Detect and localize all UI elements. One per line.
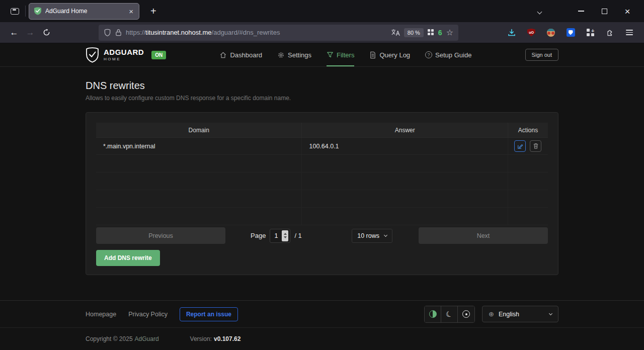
cell-answer: 100.64.0.1 xyxy=(302,138,508,154)
settings-gear-icon xyxy=(277,51,285,59)
cell-actions xyxy=(508,138,548,154)
theme-dark-button[interactable]: ☾ xyxy=(441,306,458,322)
nav-item-dashboard[interactable]: Dashboard xyxy=(219,43,262,66)
table-header-row: Domain Answer Actions xyxy=(96,123,548,138)
column-header-answer[interactable]: Answer xyxy=(302,123,508,137)
adguard-logo[interactable]: ADGUARD HOME ON xyxy=(86,47,166,63)
page-number-input[interactable]: 1 xyxy=(270,229,290,243)
browser-toolbar: ← → https://titusintranet.nohost.me/adgu… xyxy=(0,22,644,43)
adguard-header: ADGUARD HOME ON Dashboard Settings xyxy=(0,43,644,67)
version-label: Version: xyxy=(190,335,212,342)
empty-table-row xyxy=(96,155,548,172)
adguard-shield-logo-icon xyxy=(86,47,99,63)
minimize-button[interactable] xyxy=(570,3,593,20)
edit-button[interactable] xyxy=(514,140,526,152)
disguise-face-icon xyxy=(547,29,555,37)
filters-funnel-icon xyxy=(327,51,334,58)
reload-button[interactable] xyxy=(38,25,54,40)
firefox-view-icon xyxy=(11,8,19,15)
sun-icon xyxy=(462,310,470,318)
cell-domain: *.main.vpn.internal xyxy=(96,138,302,154)
nav-label: Dashboard xyxy=(230,51,262,59)
zoom-level-badge[interactable]: 80 % xyxy=(404,28,424,37)
blocked-count-badge: 6 xyxy=(438,29,442,37)
main-nav: Dashboard Settings Filters xyxy=(219,43,471,66)
chevron-down-icon xyxy=(384,233,387,237)
chevron-down-icon xyxy=(537,10,542,15)
chevron-down-icon xyxy=(549,312,552,315)
grid-plus-icon: + xyxy=(587,29,594,36)
list-all-tabs-button[interactable] xyxy=(533,4,546,19)
page-label: Page xyxy=(251,232,266,239)
theme-toggle: ☾ xyxy=(424,306,475,323)
downloads-button[interactable] xyxy=(504,25,519,40)
page-total: / 1 xyxy=(294,232,301,239)
app-menu-button[interactable] xyxy=(622,25,637,40)
next-page-button[interactable]: Next xyxy=(419,227,548,244)
lock-icon[interactable] xyxy=(115,29,122,36)
adguard-page: ADGUARD HOME ON Dashboard Settings xyxy=(0,43,644,350)
maximize-icon xyxy=(602,9,607,14)
sign-out-button[interactable]: Sign out xyxy=(525,49,558,61)
nav-item-filters[interactable]: Filters xyxy=(327,43,354,66)
column-header-domain[interactable]: Domain xyxy=(96,123,302,137)
language-select[interactable]: ⊕ English xyxy=(482,306,558,322)
back-button[interactable]: ← xyxy=(6,25,22,40)
url-text: https://titusintranet.nohost.me/adguard/… xyxy=(126,29,387,36)
browser-tab-adguard-home[interactable]: AdGuard Home × xyxy=(29,3,139,20)
theme-auto-button[interactable] xyxy=(425,306,441,322)
spinner-up-icon xyxy=(284,233,287,235)
homepage-link[interactable]: Homepage xyxy=(86,311,116,318)
privacy-policy-link[interactable]: Privacy Policy xyxy=(128,311,168,318)
forward-button[interactable]: → xyxy=(22,25,38,40)
ublock-origin-extension-button[interactable]: uO xyxy=(524,25,539,40)
url-protocol: https:// xyxy=(126,29,145,36)
close-button[interactable]: × xyxy=(616,3,639,20)
hamburger-menu-icon xyxy=(626,30,633,35)
page-number-value: 1 xyxy=(270,232,282,239)
url-path: /adguard/#dns_rewrites xyxy=(212,29,280,36)
setup-guide-help-icon: ? xyxy=(425,51,432,58)
bookmark-star-icon[interactable]: ☆ xyxy=(446,28,453,37)
logo-title: ADGUARD xyxy=(104,48,144,56)
new-tab-button[interactable]: + xyxy=(146,6,160,17)
nav-item-setup-guide[interactable]: ? Setup Guide xyxy=(425,43,471,66)
tab-close-icon[interactable]: × xyxy=(127,7,135,16)
tracking-protection-shield-icon[interactable] xyxy=(104,29,111,37)
tab-title: AdGuard Home xyxy=(45,8,123,15)
moon-icon: ☾ xyxy=(445,309,454,319)
previous-page-button[interactable]: Previous xyxy=(96,227,225,244)
nav-label: Filters xyxy=(337,51,354,59)
maximize-button[interactable] xyxy=(593,3,616,20)
firefox-view-button[interactable] xyxy=(6,4,23,19)
rows-per-page-select[interactable]: 10 rows xyxy=(352,229,392,243)
edit-pencil-icon xyxy=(517,143,523,149)
globe-icon: ⊕ xyxy=(489,311,494,317)
puzzle-piece-icon xyxy=(606,29,614,37)
report-issue-button[interactable]: Report an issue xyxy=(180,307,238,321)
theme-light-button[interactable] xyxy=(458,306,474,322)
containers-grid-icon[interactable] xyxy=(428,29,434,36)
privacy-extension-button[interactable] xyxy=(543,25,558,40)
bitwarden-extension-button[interactable] xyxy=(563,25,578,40)
dashboard-home-icon xyxy=(219,51,227,59)
trash-icon xyxy=(533,143,539,149)
adguard-link[interactable]: AdGuard xyxy=(135,335,159,342)
query-log-document-icon xyxy=(369,51,376,59)
delete-button[interactable] xyxy=(530,140,541,152)
url-bar[interactable]: https://titusintranet.nohost.me/adguard/… xyxy=(99,25,458,41)
theme-auto-icon xyxy=(429,310,437,318)
page-content: DNS rewrites Allows to easily configure … xyxy=(0,67,644,300)
page-footer: Homepage Privacy Policy Report an issue … xyxy=(0,300,644,350)
grid-extension-button[interactable]: + xyxy=(583,25,598,40)
empty-table-row xyxy=(96,172,548,190)
language-value: English xyxy=(499,311,545,318)
add-dns-rewrite-button[interactable]: Add DNS rewrite xyxy=(96,250,160,266)
nav-item-settings[interactable]: Settings xyxy=(277,43,311,66)
nav-item-query-log[interactable]: Query Log xyxy=(369,43,410,66)
table-row: *.main.vpn.internal 100.64.0.1 xyxy=(96,138,548,155)
nav-label: Query Log xyxy=(379,51,410,59)
number-spinner[interactable] xyxy=(282,230,288,241)
translate-icon[interactable] xyxy=(391,29,400,36)
extensions-button[interactable] xyxy=(602,25,617,40)
